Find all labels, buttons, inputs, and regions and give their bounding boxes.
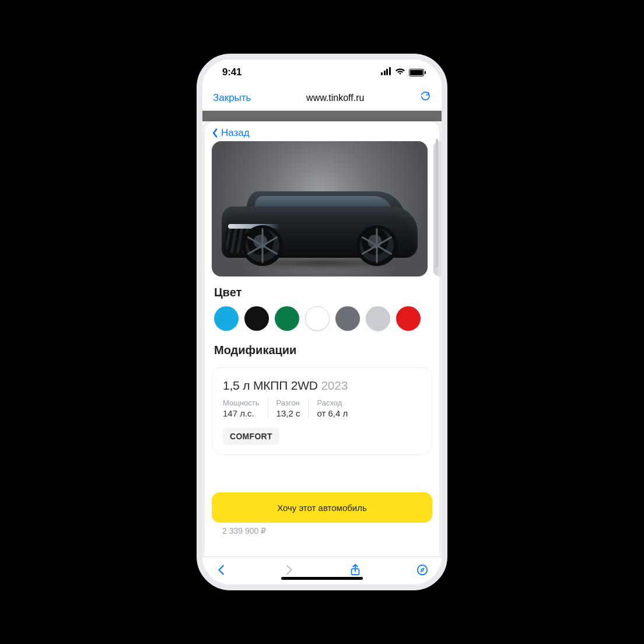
scrollbar[interactable] [436,139,438,267]
spec-label: Расход [317,398,348,407]
color-heading: Цвет [205,276,439,304]
trim-pill[interactable]: COMFORT [223,428,279,445]
cellular-icon [381,66,391,78]
browser-back-button[interactable] [215,564,228,579]
want-car-button[interactable]: Хочу этот автомобиль [212,492,432,523]
back-button[interactable]: Назад [205,121,439,141]
color-swatches [205,304,439,334]
status-time: 9:41 [222,66,242,78]
color-swatch-white[interactable] [305,306,330,331]
browser-forward-button [282,564,295,579]
modification-title-main: 1,5 л МКПП 2WD [223,379,318,392]
sheet-backdrop [202,111,442,121]
close-button[interactable]: Закрыть [213,92,251,104]
url-text[interactable]: www.tinkoff.ru [306,93,364,103]
modification-card[interactable]: 1,5 л МКПП 2WD 2023 Мощность147 л.с.Разг… [212,368,432,455]
hero-carousel[interactable] [205,141,439,276]
color-swatch-black[interactable] [244,306,269,331]
color-swatch-green[interactable] [275,306,299,331]
spec-label: Мощность [223,398,260,407]
cta-wrap: Хочу этот автомобиль [212,492,432,523]
svg-point-1 [418,565,428,575]
modification-price: 2 339 900 ₽ [222,526,266,536]
mods-heading: Модификации [205,334,439,362]
color-swatch-red[interactable] [396,306,421,331]
status-icons [381,66,424,78]
modification-title: 1,5 л МКПП 2WD 2023 [223,379,421,393]
phone-frame: 9:41 Закрыть www.tinkoff.ru Назад [197,54,447,590]
spec-item: Мощность147 л.с. [223,398,268,418]
refresh-button[interactable] [419,90,431,105]
spec-value: 147 л.с. [223,408,260,418]
browser-toolbar [202,556,442,584]
battery-icon [409,69,424,76]
wifi-icon [395,66,405,78]
color-swatch-gray[interactable] [335,306,360,331]
spec-value: 13,2 с [276,408,300,418]
car-hero-image [212,141,428,276]
browser-bar: Закрыть www.tinkoff.ru [202,85,442,111]
spec-value: от 6,4 л [317,408,348,418]
color-swatch-silver[interactable] [366,306,390,331]
compass-button[interactable] [416,564,429,579]
modification-specs: Мощность147 л.с.Разгон13,2 сРасходот 6,4… [223,398,421,418]
spec-item: Расходот 6,4 л [308,398,356,418]
share-button[interactable] [349,564,362,579]
color-swatch-blue[interactable] [214,306,239,331]
back-label: Назад [221,127,250,139]
status-bar: 9:41 [202,60,442,85]
home-indicator[interactable] [281,577,363,580]
bottom-sheet: Назад [205,121,439,556]
page-body: Назад [202,111,442,556]
spec-label: Разгон [276,398,300,407]
spec-item: Разгон13,2 с [268,398,309,418]
modification-year: 2023 [321,379,348,392]
